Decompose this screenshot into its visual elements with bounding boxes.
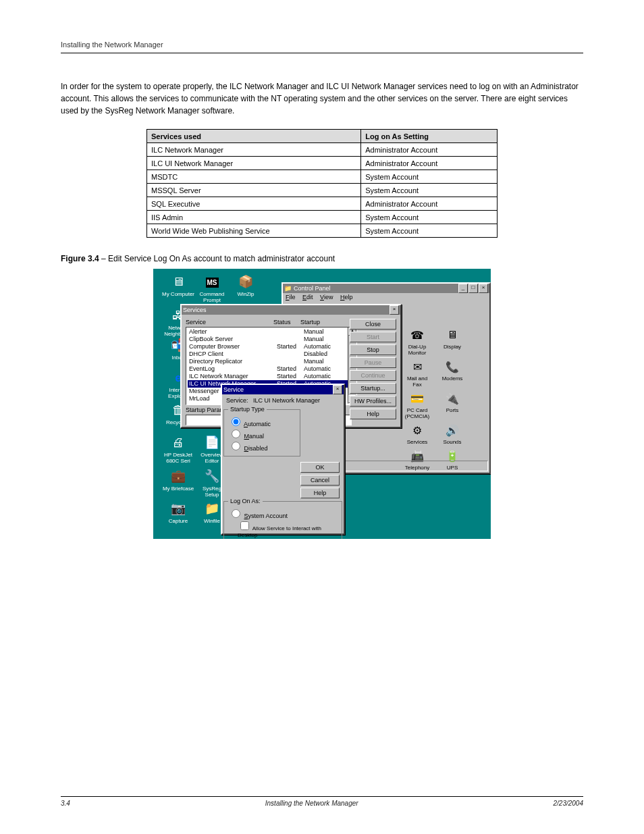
cp-item[interactable]: 🔊Sounds (438, 422, 466, 445)
maximize-icon[interactable]: □ (468, 284, 478, 293)
ic-brief (170, 469, 186, 485)
service-name-value: ILC UI Network Manager (253, 397, 320, 404)
table-row: ILC Network ManagerAdministrator Account (147, 143, 498, 157)
cp-item-icon: 📞 (444, 359, 460, 375)
cp-item-icon: 🔊 (444, 422, 460, 438)
ic-zip (238, 274, 254, 290)
close-icon[interactable]: × (479, 284, 488, 293)
footer-right: 2/23/2004 (553, 800, 583, 807)
continue-button[interactable]: Continue (350, 370, 396, 381)
cp-item-icon: ☎ (409, 327, 425, 343)
screenshot: My ComputerCommand PromptWinZipNetwork N… (153, 269, 491, 539)
menu-edit[interactable]: Edit (302, 294, 313, 301)
th-logon: Log on As Setting (361, 130, 498, 143)
help-button[interactable]: Help (350, 409, 396, 419)
footer-left: 3.4 (61, 800, 70, 807)
close-icon[interactable]: × (333, 385, 342, 394)
ic-dos (204, 274, 220, 290)
checkbox-interact-desktop[interactable]: Allow Service to Interact with Desktop (238, 519, 338, 538)
service-list-row[interactable]: EventLogStartedAutomatic (188, 365, 350, 373)
startup-type-legend: Startup Type (228, 406, 267, 413)
cp-item[interactable]: ☎Dial-Up Monitor (403, 327, 431, 356)
ic-cap (170, 501, 186, 517)
desktop-icon[interactable]: Command Prompt (195, 274, 229, 304)
ic-file (204, 501, 220, 517)
table-row: MSSQL ServerSystem Account (147, 184, 498, 197)
figure-label: Figure 3.4 (61, 254, 99, 263)
service-list-row[interactable]: DHCP ClientDisabled (188, 350, 350, 358)
ic-prn (170, 435, 186, 451)
table-row: MSDTCSystem Account (147, 170, 498, 184)
cp-item[interactable]: 💳PC Card (PCMCIA) (403, 390, 431, 419)
cp-item[interactable]: ✉Mail and Fax (403, 359, 431, 388)
logon-as-legend: Log On As: (228, 498, 263, 504)
cp-item[interactable]: 🔌Ports (438, 390, 466, 419)
service-list-row[interactable]: Directory ReplicatorManual (188, 358, 350, 365)
radio-automatic[interactable]: AAutomaticutomatic (228, 415, 296, 427)
th-services: Services used (147, 130, 361, 143)
close-icon[interactable]: × (390, 305, 399, 315)
cp-item[interactable]: 🖥Display (438, 327, 466, 356)
svc-hdr-startup: Startup (300, 319, 320, 325)
startup-button[interactable]: Startup... (350, 383, 396, 394)
radio-manual[interactable]: Manual (228, 427, 296, 440)
cancel-button[interactable]: Cancel (300, 475, 340, 486)
desktop-icon[interactable]: HP DeskJet 680C Seri (161, 435, 195, 465)
stop-button[interactable]: Stop (350, 344, 396, 355)
service-dialog-titlebar[interactable]: Service × (222, 385, 344, 394)
startup-type-group: Startup Type AAutomaticutomatic Manual D… (223, 409, 300, 457)
cp-item-icon: 💳 (409, 390, 425, 407)
svc-hdr-service: Service (186, 319, 273, 325)
body-paragraph-1: In order for the system to operate prope… (61, 80, 583, 117)
footer-center: Installing the Network Manager (265, 800, 358, 807)
service-dialog-title-text: Service (223, 385, 332, 394)
menu-view[interactable]: View (320, 294, 333, 301)
table-row: IIS AdminSystem Account (147, 211, 498, 224)
radio-system-account[interactable]: System Account (228, 507, 338, 519)
menu-file[interactable]: File (286, 294, 296, 301)
cp-item-icon: ✉ (409, 359, 425, 375)
cp-item-icon: 🖥 (444, 327, 460, 343)
service-dialog: Service × Service: ILC UI Network Manage… (221, 384, 345, 535)
service-list-row[interactable]: ClipBook ServerManual (188, 336, 350, 343)
ic-tool (204, 469, 220, 485)
ok-button[interactable]: OK (300, 462, 340, 473)
desktop-icon[interactable]: WinZip (229, 274, 263, 298)
service-label: Service: (226, 397, 248, 404)
pause-button[interactable]: Pause (350, 357, 396, 368)
cp-item-icon: ⚙ (409, 422, 425, 438)
service-list-row[interactable]: ILC Network ManagerStartedAutomatic (188, 373, 350, 380)
cp-item[interactable]: ⚙Services (403, 422, 431, 445)
desktop-icon[interactable]: Capture (161, 501, 195, 525)
page-header: Installing the Network Manager (61, 41, 583, 49)
cp-icon-grid: ☎Dial-Up Monitor🖥Display✉Mail and Fax📞Mo… (400, 324, 487, 465)
ic-doc (204, 435, 220, 451)
menu-help[interactable]: Help (340, 294, 353, 301)
table-row: SQL ExecutiveAdministrator Account (147, 197, 498, 211)
close-button[interactable]: Close (350, 319, 396, 330)
start-button[interactable]: Start (350, 332, 396, 342)
cp-item-icon: 🔌 (444, 390, 460, 407)
services-title-text: Services (183, 305, 389, 315)
page-footer: 3.4 Installing the Network Manager 2/23/… (61, 796, 583, 807)
service-list-row[interactable]: Computer BrowserStartedAutomatic (188, 343, 350, 350)
service-list-row[interactable]: AlerterManual (188, 328, 350, 336)
cp-item[interactable]: 📞Modems (438, 359, 466, 388)
svc-hdr-status: Status (273, 319, 300, 325)
ic-pc (170, 274, 186, 290)
minimize-icon[interactable]: _ (458, 284, 468, 293)
figure-caption: Figure 3.4 – Edit Service Log On As acco… (61, 254, 583, 263)
radio-disabled[interactable]: Disabled (228, 440, 296, 452)
desktop-icon[interactable]: My Briefcase (161, 469, 195, 492)
services-table: Services used Log on As Setting ILC Netw… (146, 129, 498, 238)
logon-as-group: Log On As: System Account Allow Service … (223, 501, 342, 539)
dialog-help-button[interactable]: Help (300, 488, 340, 498)
desktop-icon[interactable]: My Computer (161, 274, 195, 298)
cp-menubar[interactable]: File Edit View Help (283, 293, 489, 301)
table-row: ILC UI Network ManagerAdministrator Acco… (147, 157, 498, 170)
control-panel-titlebar[interactable]: 📁 Control Panel _ □ × (283, 284, 489, 293)
services-titlebar[interactable]: Services × (182, 305, 400, 315)
header-rule (61, 53, 583, 53)
table-row: World Wide Web Publishing ServiceSystem … (147, 224, 498, 238)
hw-profiles-button[interactable]: HW Profiles... (350, 396, 396, 407)
